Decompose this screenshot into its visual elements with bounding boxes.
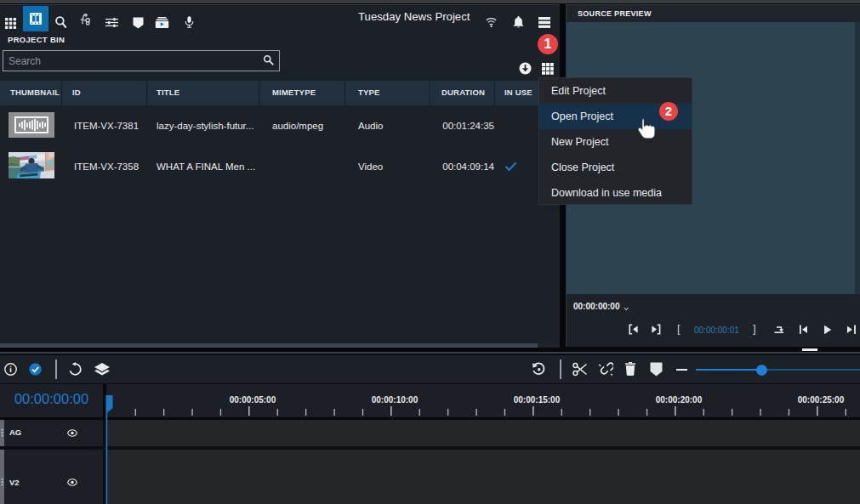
svg-text:00:00:20:00: 00:00:20:00 — [655, 395, 702, 405]
svg-text:00:00:10:00: 00:00:10:00 — [371, 395, 418, 405]
svg-text:00:00:25:00: 00:00:25:00 — [797, 395, 844, 405]
svg-text:00:00:15:00: 00:00:15:00 — [513, 395, 560, 405]
svg-text:00:00:05:00: 00:00:05:00 — [229, 395, 276, 405]
